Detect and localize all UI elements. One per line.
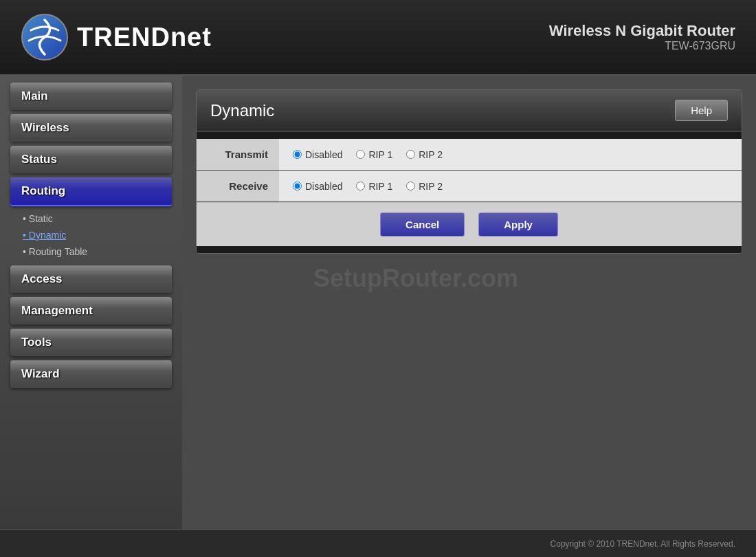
receive-rip1-radio[interactable] xyxy=(356,182,365,190)
footer: Copyright © 2010 TRENDnet. All Rights Re… xyxy=(0,529,756,557)
transmit-row: Transmit Disabled RIP 1 xyxy=(197,139,742,171)
transmit-radio-group: Disabled RIP 1 RIP 2 xyxy=(293,149,728,160)
form-table: Transmit Disabled RIP 1 xyxy=(197,139,742,246)
buttons-area: Cancel Apply xyxy=(197,202,742,246)
transmit-rip1-option[interactable]: RIP 1 xyxy=(356,149,392,160)
panel-title: Dynamic xyxy=(210,101,274,120)
subnav-dynamic[interactable]: • Dynamic xyxy=(17,227,172,243)
receive-disabled-option[interactable]: Disabled xyxy=(293,181,342,192)
copyright-text: Copyright © 2010 TRENDnet. All Rights Re… xyxy=(551,539,735,549)
subnav-static[interactable]: • Static xyxy=(17,210,172,227)
receive-disabled-radio[interactable] xyxy=(293,182,302,190)
buttons-row: Cancel Apply xyxy=(197,202,742,247)
transmit-rip1-radio[interactable] xyxy=(356,150,365,159)
transmit-label: Transmit xyxy=(197,139,279,171)
transmit-rip2-radio[interactable] xyxy=(406,150,415,159)
panel-header: Dynamic Help xyxy=(197,90,742,132)
apply-button[interactable]: Apply xyxy=(478,212,558,237)
receive-label: Receive xyxy=(197,171,279,202)
product-info: Wireless N Gigabit Router TEW-673GRU xyxy=(549,22,735,52)
sidebar-item-management[interactable]: Management xyxy=(10,297,172,325)
transmit-options: Disabled RIP 1 RIP 2 xyxy=(279,139,742,171)
transmit-disabled-option[interactable]: Disabled xyxy=(293,149,342,160)
header: TRENDnet Wireless N Gigabit Router TEW-6… xyxy=(0,0,756,76)
receive-row: Receive Disabled RIP 1 xyxy=(197,171,742,202)
sidebar-item-wizard[interactable]: Wizard xyxy=(10,360,172,388)
sidebar-item-main[interactable]: Main xyxy=(10,83,172,110)
logo-area: TRENDnet xyxy=(21,13,212,61)
routing-subitems: • Static • Dynamic • Routing Table xyxy=(17,210,172,260)
receive-options: Disabled RIP 1 RIP 2 xyxy=(279,171,742,202)
receive-rip2-option[interactable]: RIP 2 xyxy=(406,181,443,192)
receive-radio-group: Disabled RIP 1 RIP 2 xyxy=(293,181,728,192)
transmit-rip2-option[interactable]: RIP 2 xyxy=(406,149,443,160)
logo-text: TRENDnet xyxy=(77,23,212,52)
content-area: Dynamic Help Transmit Disabled xyxy=(182,76,756,529)
sidebar-item-wireless[interactable]: Wireless xyxy=(10,114,172,142)
sidebar: Main Wireless Status Routing • Static • … xyxy=(0,76,182,529)
sidebar-item-status[interactable]: Status xyxy=(10,146,172,173)
transmit-disabled-radio[interactable] xyxy=(293,150,302,159)
receive-rip2-radio[interactable] xyxy=(406,182,415,190)
main-layout: Main Wireless Status Routing • Static • … xyxy=(0,76,756,529)
content-panel: Dynamic Help Transmit Disabled xyxy=(196,89,742,254)
subnav-routing-table[interactable]: • Routing Table xyxy=(17,243,172,260)
sidebar-item-access[interactable]: Access xyxy=(10,265,172,293)
sidebar-item-routing[interactable]: Routing xyxy=(10,177,172,206)
help-button[interactable]: Help xyxy=(675,100,728,121)
cancel-button[interactable]: Cancel xyxy=(380,212,465,237)
product-model: TEW-673GRU xyxy=(549,40,735,52)
receive-rip1-option[interactable]: RIP 1 xyxy=(356,181,392,192)
trendnet-logo-icon xyxy=(21,13,69,61)
product-name: Wireless N Gigabit Router xyxy=(549,22,735,40)
sidebar-item-tools[interactable]: Tools xyxy=(10,329,172,356)
